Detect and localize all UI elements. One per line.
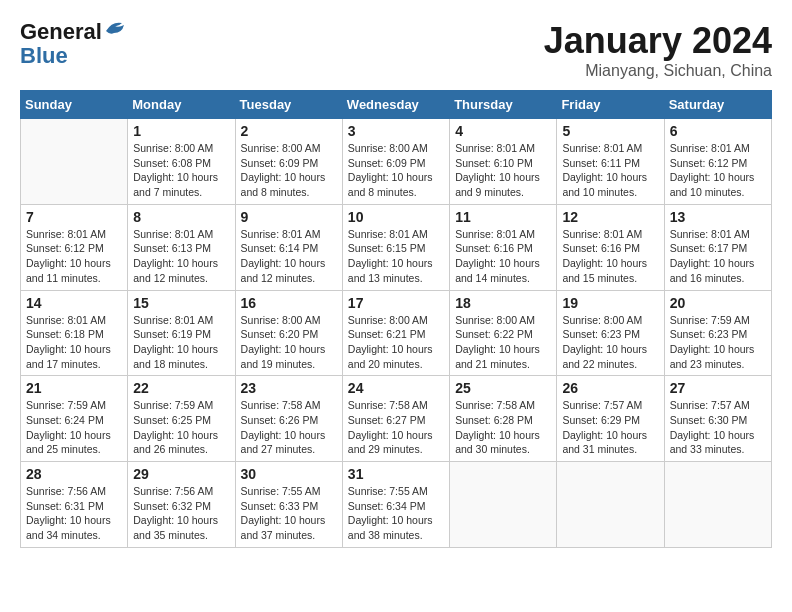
calendar-cell — [21, 119, 128, 205]
calendar-cell: 5Sunrise: 8:01 AMSunset: 6:11 PMDaylight… — [557, 119, 664, 205]
calendar-cell: 28Sunrise: 7:56 AMSunset: 6:31 PMDayligh… — [21, 462, 128, 548]
day-number: 2 — [241, 123, 337, 139]
day-number: 19 — [562, 295, 658, 311]
day-number: 17 — [348, 295, 444, 311]
calendar-cell: 8Sunrise: 8:01 AMSunset: 6:13 PMDaylight… — [128, 204, 235, 290]
day-number: 7 — [26, 209, 122, 225]
day-number: 29 — [133, 466, 229, 482]
day-number: 11 — [455, 209, 551, 225]
calendar-cell: 7Sunrise: 8:01 AMSunset: 6:12 PMDaylight… — [21, 204, 128, 290]
calendar-cell: 23Sunrise: 7:58 AMSunset: 6:26 PMDayligh… — [235, 376, 342, 462]
day-info: Sunrise: 8:01 AMSunset: 6:19 PMDaylight:… — [133, 313, 229, 372]
calendar-cell — [450, 462, 557, 548]
day-number: 3 — [348, 123, 444, 139]
calendar-cell: 1Sunrise: 8:00 AMSunset: 6:08 PMDaylight… — [128, 119, 235, 205]
calendar-cell: 3Sunrise: 8:00 AMSunset: 6:09 PMDaylight… — [342, 119, 449, 205]
page-header: General Blue January 2024 Mianyang, Sich… — [20, 20, 772, 80]
day-info: Sunrise: 7:58 AMSunset: 6:27 PMDaylight:… — [348, 398, 444, 457]
weekday-header-friday: Friday — [557, 91, 664, 119]
calendar-cell: 26Sunrise: 7:57 AMSunset: 6:29 PMDayligh… — [557, 376, 664, 462]
calendar-cell: 29Sunrise: 7:56 AMSunset: 6:32 PMDayligh… — [128, 462, 235, 548]
day-info: Sunrise: 8:00 AMSunset: 6:09 PMDaylight:… — [241, 141, 337, 200]
weekday-header-sunday: Sunday — [21, 91, 128, 119]
day-info: Sunrise: 8:00 AMSunset: 6:20 PMDaylight:… — [241, 313, 337, 372]
day-number: 14 — [26, 295, 122, 311]
weekday-header-row: SundayMondayTuesdayWednesdayThursdayFrid… — [21, 91, 772, 119]
weekday-header-monday: Monday — [128, 91, 235, 119]
day-info: Sunrise: 8:01 AMSunset: 6:11 PMDaylight:… — [562, 141, 658, 200]
day-number: 21 — [26, 380, 122, 396]
day-number: 26 — [562, 380, 658, 396]
day-number: 24 — [348, 380, 444, 396]
day-number: 10 — [348, 209, 444, 225]
day-number: 20 — [670, 295, 766, 311]
day-info: Sunrise: 8:01 AMSunset: 6:14 PMDaylight:… — [241, 227, 337, 286]
calendar-cell: 6Sunrise: 8:01 AMSunset: 6:12 PMDaylight… — [664, 119, 771, 205]
calendar-cell: 12Sunrise: 8:01 AMSunset: 6:16 PMDayligh… — [557, 204, 664, 290]
day-info: Sunrise: 7:55 AMSunset: 6:34 PMDaylight:… — [348, 484, 444, 543]
day-info: Sunrise: 7:58 AMSunset: 6:26 PMDaylight:… — [241, 398, 337, 457]
day-info: Sunrise: 7:59 AMSunset: 6:25 PMDaylight:… — [133, 398, 229, 457]
day-number: 13 — [670, 209, 766, 225]
week-row-2: 7Sunrise: 8:01 AMSunset: 6:12 PMDaylight… — [21, 204, 772, 290]
calendar-table: SundayMondayTuesdayWednesdayThursdayFrid… — [20, 90, 772, 548]
day-number: 5 — [562, 123, 658, 139]
day-info: Sunrise: 7:55 AMSunset: 6:33 PMDaylight:… — [241, 484, 337, 543]
title-block: January 2024 Mianyang, Sichuan, China — [544, 20, 772, 80]
calendar-cell: 22Sunrise: 7:59 AMSunset: 6:25 PMDayligh… — [128, 376, 235, 462]
calendar-cell: 31Sunrise: 7:55 AMSunset: 6:34 PMDayligh… — [342, 462, 449, 548]
weekday-header-wednesday: Wednesday — [342, 91, 449, 119]
day-info: Sunrise: 8:01 AMSunset: 6:13 PMDaylight:… — [133, 227, 229, 286]
day-info: Sunrise: 8:01 AMSunset: 6:16 PMDaylight:… — [455, 227, 551, 286]
calendar-cell: 21Sunrise: 7:59 AMSunset: 6:24 PMDayligh… — [21, 376, 128, 462]
day-info: Sunrise: 7:59 AMSunset: 6:24 PMDaylight:… — [26, 398, 122, 457]
day-info: Sunrise: 8:00 AMSunset: 6:09 PMDaylight:… — [348, 141, 444, 200]
day-number: 27 — [670, 380, 766, 396]
calendar-cell: 9Sunrise: 8:01 AMSunset: 6:14 PMDaylight… — [235, 204, 342, 290]
logo-bird-icon — [104, 19, 126, 37]
calendar-cell: 16Sunrise: 8:00 AMSunset: 6:20 PMDayligh… — [235, 290, 342, 376]
day-info: Sunrise: 8:00 AMSunset: 6:08 PMDaylight:… — [133, 141, 229, 200]
calendar-cell: 17Sunrise: 8:00 AMSunset: 6:21 PMDayligh… — [342, 290, 449, 376]
day-info: Sunrise: 8:00 AMSunset: 6:21 PMDaylight:… — [348, 313, 444, 372]
calendar-cell: 25Sunrise: 7:58 AMSunset: 6:28 PMDayligh… — [450, 376, 557, 462]
day-number: 30 — [241, 466, 337, 482]
calendar-cell: 13Sunrise: 8:01 AMSunset: 6:17 PMDayligh… — [664, 204, 771, 290]
day-info: Sunrise: 8:01 AMSunset: 6:12 PMDaylight:… — [670, 141, 766, 200]
logo-text: General — [20, 20, 102, 44]
week-row-1: 1Sunrise: 8:00 AMSunset: 6:08 PMDaylight… — [21, 119, 772, 205]
day-info: Sunrise: 7:58 AMSunset: 6:28 PMDaylight:… — [455, 398, 551, 457]
logo: General Blue — [20, 20, 126, 68]
calendar-cell: 2Sunrise: 8:00 AMSunset: 6:09 PMDaylight… — [235, 119, 342, 205]
calendar-cell: 11Sunrise: 8:01 AMSunset: 6:16 PMDayligh… — [450, 204, 557, 290]
day-info: Sunrise: 8:01 AMSunset: 6:15 PMDaylight:… — [348, 227, 444, 286]
day-info: Sunrise: 8:01 AMSunset: 6:18 PMDaylight:… — [26, 313, 122, 372]
day-number: 15 — [133, 295, 229, 311]
day-number: 1 — [133, 123, 229, 139]
day-info: Sunrise: 8:00 AMSunset: 6:23 PMDaylight:… — [562, 313, 658, 372]
weekday-header-thursday: Thursday — [450, 91, 557, 119]
calendar-cell — [664, 462, 771, 548]
logo-blue-text: Blue — [20, 43, 68, 68]
day-number: 23 — [241, 380, 337, 396]
day-number: 31 — [348, 466, 444, 482]
calendar-cell: 14Sunrise: 8:01 AMSunset: 6:18 PMDayligh… — [21, 290, 128, 376]
calendar-cell: 15Sunrise: 8:01 AMSunset: 6:19 PMDayligh… — [128, 290, 235, 376]
week-row-5: 28Sunrise: 7:56 AMSunset: 6:31 PMDayligh… — [21, 462, 772, 548]
day-info: Sunrise: 8:01 AMSunset: 6:16 PMDaylight:… — [562, 227, 658, 286]
day-number: 28 — [26, 466, 122, 482]
day-info: Sunrise: 8:01 AMSunset: 6:10 PMDaylight:… — [455, 141, 551, 200]
day-number: 4 — [455, 123, 551, 139]
calendar-cell: 24Sunrise: 7:58 AMSunset: 6:27 PMDayligh… — [342, 376, 449, 462]
day-number: 25 — [455, 380, 551, 396]
day-number: 8 — [133, 209, 229, 225]
day-info: Sunrise: 8:00 AMSunset: 6:22 PMDaylight:… — [455, 313, 551, 372]
day-info: Sunrise: 7:57 AMSunset: 6:29 PMDaylight:… — [562, 398, 658, 457]
month-title: January 2024 — [544, 20, 772, 62]
day-info: Sunrise: 7:57 AMSunset: 6:30 PMDaylight:… — [670, 398, 766, 457]
week-row-4: 21Sunrise: 7:59 AMSunset: 6:24 PMDayligh… — [21, 376, 772, 462]
calendar-cell: 19Sunrise: 8:00 AMSunset: 6:23 PMDayligh… — [557, 290, 664, 376]
weekday-header-tuesday: Tuesday — [235, 91, 342, 119]
day-info: Sunrise: 7:56 AMSunset: 6:32 PMDaylight:… — [133, 484, 229, 543]
day-number: 22 — [133, 380, 229, 396]
